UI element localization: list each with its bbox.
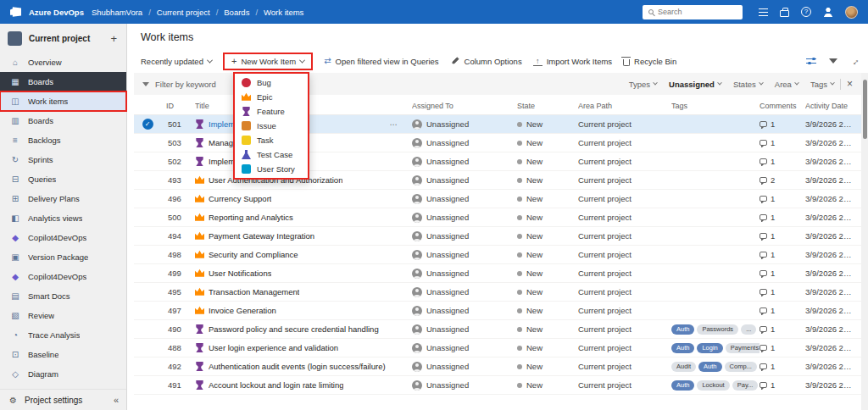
sidebar-item-work-items[interactable]: Work items (0, 91, 126, 111)
sidebar-item-boards[interactable]: Boards (0, 72, 126, 91)
filter-chip-area[interactable]: Area (775, 80, 798, 89)
column-header-area-path[interactable]: Area Path (578, 102, 671, 110)
add-project-button[interactable]: + (108, 32, 119, 45)
sidebar-item-diagram[interactable]: Diagram (0, 364, 126, 384)
table-row[interactable]: 496 Currency Support Unassigned New Curr… (134, 190, 861, 208)
recycle-bin-button[interactable]: Recycle Bin (623, 57, 676, 66)
sidebar-item-sprints[interactable]: Sprints (0, 150, 126, 169)
scrollbar-thumb[interactable] (863, 80, 867, 139)
state: New (526, 269, 542, 278)
work-item-title-link[interactable]: Reporting and Analytics (209, 213, 293, 222)
view-options-dropdown[interactable]: Recently updated (141, 57, 212, 66)
close-filter-icon[interactable] (847, 79, 853, 89)
user-icon[interactable] (823, 7, 833, 17)
sidebar-item-version-package[interactable]: Version Package (0, 247, 126, 267)
table-row[interactable]: 492 Authentication audit events (login s… (134, 357, 861, 376)
work-item-title-link[interactable]: Password policy and secure credential ha… (209, 324, 379, 334)
breadcrumb-item-boards[interactable]: Boards (224, 8, 249, 17)
view-settings-sliders-icon[interactable] (806, 57, 816, 65)
work-item-title-link[interactable]: Security and Compliance (209, 250, 298, 259)
project-name[interactable]: Current project (29, 34, 102, 43)
menu-item-epic[interactable]: Epic (235, 90, 308, 104)
chevron-down-icon (653, 80, 658, 86)
column-header-assigned-to[interactable]: Assigned To (412, 102, 517, 110)
new-work-item-button[interactable]: New Work Item (223, 53, 313, 70)
work-item-title-link[interactable]: Invoice Generation (209, 306, 276, 315)
filter-toggle-icon[interactable] (829, 58, 837, 64)
sidebar-item-trace-analysis[interactable]: Trace Analysis (0, 325, 126, 345)
work-item-title-link[interactable]: User Notifications (209, 269, 271, 278)
menu-item-test-case[interactable]: Test Case (235, 147, 308, 162)
column-header-comments[interactable]: Comments (760, 102, 805, 110)
table-row[interactable]: 500 Reporting and Analytics Unassigned N… (134, 208, 861, 227)
menu-item-user-story[interactable]: User Story (235, 162, 308, 176)
activity-date: 3/9/2026 2:30 (805, 138, 861, 147)
table-row[interactable]: 494 Payment Gateway Integration Unassign… (134, 227, 861, 246)
menu-item-task[interactable]: Task (235, 133, 308, 147)
assigned-to: Unassigned (426, 306, 469, 315)
sidebar-item-analytics-views[interactable]: Analytics views (0, 208, 126, 228)
product-name[interactable]: Azure DevOps (29, 8, 84, 17)
column-header-activity-date[interactable]: Activity Date (805, 102, 861, 110)
work-item-title-link[interactable]: User login experience and validation (209, 343, 338, 352)
table-row[interactable]: 499 User Notifications Unassigned New Cu… (134, 264, 861, 283)
fullscreen-icon[interactable] (849, 54, 862, 68)
table-row[interactable]: 490 Password policy and secure credentia… (134, 320, 861, 339)
marketplace-bag-icon[interactable] (780, 10, 789, 17)
help-icon[interactable] (801, 7, 811, 17)
table-row[interactable]: 497 Invoice Generation Unassigned New Cu… (134, 302, 861, 320)
column-header-state[interactable]: State (517, 102, 578, 110)
filter-chip-states[interactable]: States (733, 80, 763, 89)
sidebar-item-backlogs[interactable]: Backlogs (0, 130, 126, 150)
sidebar-item-baseline[interactable]: Baseline (0, 345, 126, 364)
open-filtered-view-button[interactable]: Open filtered view in Queries (324, 57, 438, 66)
filter-chip-types[interactable]: Types (629, 80, 657, 89)
unassigned-avatar-icon (412, 175, 422, 186)
sidebar-item-smart-docs[interactable]: Smart Docs (0, 286, 126, 306)
filter-chip-unassigned[interactable]: Unassigned (669, 80, 721, 89)
more-options-button[interactable] (390, 119, 399, 129)
azure-devops-logo-icon[interactable] (10, 7, 21, 18)
work-item-title-link[interactable]: Currency Support (209, 194, 271, 203)
list-icon[interactable] (759, 8, 768, 16)
sidebar-item-copilot4devops[interactable]: Copilot4DevOps (0, 228, 126, 247)
filter-chip-tags[interactable]: Tags (810, 80, 834, 89)
comment-bubble-icon (760, 140, 767, 146)
breadcrumb-item-work-items[interactable]: Work items (264, 8, 303, 17)
menu-item-issue[interactable]: Issue (235, 119, 308, 133)
comment-count: 1 (771, 269, 775, 278)
feature-icon (242, 107, 251, 116)
sidebar-item-queries[interactable]: Queries (0, 169, 126, 189)
search-box[interactable]: Search (643, 5, 743, 19)
feature-icon (195, 380, 204, 390)
sidebar-item-boards[interactable]: Boards (0, 111, 126, 130)
column-header-id[interactable]: ID (166, 102, 195, 110)
import-work-items-button[interactable]: Import Work Items (533, 57, 612, 66)
work-item-title-link[interactable]: Payment Gateway Integration (209, 231, 314, 241)
sidebar-item-delivery-plans[interactable]: Delivery Plans (0, 189, 126, 208)
sidebar-item-overview[interactable]: Overview (0, 53, 126, 72)
work-item-title-link[interactable]: Authentication audit events (login succe… (209, 362, 386, 371)
work-item-id: 502 (166, 157, 195, 166)
work-item-title-link[interactable]: Transaction Management (209, 287, 299, 296)
sidebar-item-review[interactable]: Review (0, 306, 126, 325)
column-options-button[interactable]: Column Options (450, 56, 522, 66)
table-row[interactable]: 491 Account lockout and login rate limit… (134, 376, 861, 395)
work-item-title-link[interactable]: Account lockout and login rate limiting (209, 380, 343, 390)
project-settings-button[interactable]: Project settings (0, 389, 126, 410)
selected-check-icon[interactable] (142, 119, 153, 130)
column-header-tags[interactable]: Tags (671, 102, 760, 110)
menu-item-feature[interactable]: Feature (235, 104, 308, 119)
vertical-scrollbar[interactable] (861, 73, 868, 410)
menu-item-bug[interactable]: Bug (235, 75, 308, 90)
filter-keyword-placeholder[interactable]: Filter by keyword (155, 80, 216, 89)
state-dot-icon (517, 308, 522, 313)
table-row[interactable]: 488 User login experience and validation… (134, 339, 861, 357)
breadcrumb-item-current-project[interactable]: Current project (157, 8, 210, 17)
table-row[interactable]: 498 Security and Compliance Unassigned N… (134, 246, 861, 264)
avatar[interactable] (845, 6, 858, 19)
collapse-sidebar-icon[interactable] (114, 395, 119, 405)
table-row[interactable]: 495 Transaction Management Unassigned Ne… (134, 283, 861, 302)
sidebar-item-copilot4devops[interactable]: Copilot4DevOps (0, 267, 126, 286)
breadcrumb-item-shubhamvora[interactable]: ShubhamVora (92, 8, 142, 17)
